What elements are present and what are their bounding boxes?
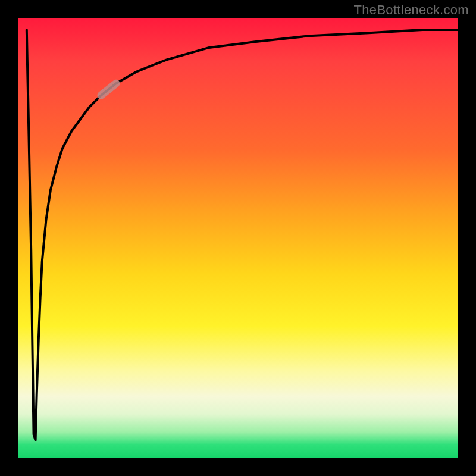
bottleneck-curve-path <box>27 30 458 440</box>
chart-frame: TheBottleneck.com <box>0 0 476 476</box>
curve-svg <box>18 18 458 458</box>
curve-highlight-segment <box>101 83 116 95</box>
plot-area <box>18 18 458 458</box>
watermark-text: TheBottleneck.com <box>354 2 469 18</box>
